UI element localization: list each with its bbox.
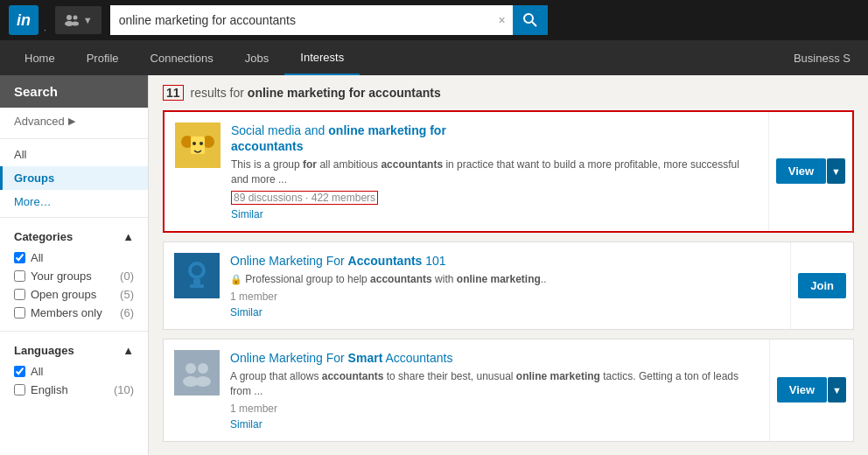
result-1-actions: View ▼ [768,112,852,231]
languages-label: Languages [14,344,74,357]
nav-connections[interactable]: Connections [135,40,229,75]
cat-open-groups-label: Open groups [31,288,96,301]
result-1-similar-link[interactable]: Similar [231,208,263,220]
linkedin-logo: in [9,5,38,35]
result-1-dropdown-button[interactable]: ▼ [827,158,845,184]
sidebar-languages-header: Languages ▲ [14,344,134,357]
results-query: online marketing for accountants [248,86,441,100]
dropdown-arrow-icon: ▼ [83,15,93,25]
result-2-actions: Join [790,242,853,329]
result-1-logo [175,122,220,168]
search-bar: × [110,5,548,35]
cat-open-groups-count: (5) [120,288,134,301]
search-clear-button[interactable]: × [491,5,512,35]
lang-all-label: All [31,365,43,378]
thinkcore-logo-icon [176,255,218,297]
cat-open-groups-checkbox[interactable] [14,289,25,300]
sidebar-lang-all[interactable]: All [14,362,134,381]
sidebar-divider [0,138,148,139]
svg-point-2 [73,16,77,20]
main-nav: Home Profile Connections Jobs Interests … [0,40,868,75]
cat-members-only-checkbox[interactable] [14,307,25,318]
search-icon [523,13,537,27]
result-3-title: Online Marketing For Smart Accountants [230,350,759,366]
result-2-logo [174,253,220,298]
sidebar-cat-open-groups[interactable]: Open groups (5) [14,285,134,304]
result-card-3: Online Marketing For Smart Accountants A… [163,339,854,442]
cat-all-label: All [31,251,43,264]
lang-all-checkbox[interactable] [14,366,25,377]
chevron-right-icon: ▶ [68,116,75,127]
cat-all-checkbox[interactable] [14,252,25,263]
result-2-meta: 1 member [230,290,780,303]
result-1-view-button[interactable]: View [776,158,826,184]
svg-rect-15 [193,279,200,284]
svg-point-18 [186,363,196,374]
result-2-join-button[interactable]: Join [798,273,846,298]
svg-line-5 [532,22,536,26]
cat-members-only-count: (6) [120,306,134,319]
result-card-2-content: Online Marketing For Accountants 101 🔒 P… [164,242,790,329]
cat-your-groups-checkbox[interactable] [14,270,25,282]
svg-rect-9 [191,136,205,154]
nav-interests[interactable]: Interests [284,40,360,75]
sidebar-divider-3 [0,331,148,332]
nav-profile[interactable]: Profile [71,40,135,75]
cat-your-groups-label: Your groups [31,270,92,283]
sidebar-languages-section: Languages ▲ All English (10) [0,335,148,404]
result-3-logo [174,350,220,396]
result-3-similar-link[interactable]: Similar [230,418,262,430]
content-area: Search Advanced ▶ All Groups More… Categ… [0,75,868,455]
people-filter-button[interactable]: ▼ [55,6,102,34]
sidebar: Search Advanced ▶ All Groups More… Categ… [0,75,149,455]
search-submit-button[interactable] [513,5,548,35]
sidebar-cat-your-groups[interactable]: Your groups (0) [14,267,134,285]
people-icon [64,14,80,26]
sidebar-item-all[interactable]: All [0,143,148,166]
result-2-info: Online Marketing For Accountants 101 🔒 P… [230,253,780,318]
lock-icon: 🔒 [230,274,242,284]
result-3-title-bold: Smart [348,351,383,365]
cat-members-only-label: Members only [31,306,102,319]
results-count: 11 [163,85,184,101]
results-area: 11 results for online marketing for acco… [149,75,868,455]
nav-jobs[interactable]: Jobs [229,40,284,75]
results-summary: 11 results for online marketing for acco… [163,86,854,100]
sidebar-cat-all[interactable]: All [14,248,134,267]
nav-home[interactable]: Home [9,40,71,75]
categories-label: Categories [14,230,73,243]
sidebar-search-header: Search [0,75,148,108]
result-3-view-button[interactable]: View [777,377,827,402]
logo-text: in [17,11,31,30]
result-2-similar-link[interactable]: Similar [230,306,262,318]
sidebar-item-groups[interactable]: Groups [0,166,148,190]
lang-english-checkbox[interactable] [14,384,25,396]
sidebar-lang-english[interactable]: English (10) [14,381,134,399]
sidebar-cat-members-only[interactable]: Members only (6) [14,304,134,322]
sidebar-item-more[interactable]: More… [0,190,148,214]
result-2-title: Online Marketing For Accountants 101 [230,253,780,269]
lang-english-label: English [31,383,68,396]
result-1-title-bold: online marketing foraccountants [231,123,446,153]
result-3-dropdown-button[interactable]: ▼ [828,377,846,402]
result-card-1: Social media and online marketing foracc… [163,110,854,233]
svg-point-4 [524,14,533,23]
result-1-title: Social media and online marketing foracc… [231,122,758,154]
advanced-label: Advanced [14,115,65,128]
result-2-desc: 🔒 Professional group to help accountants… [230,272,780,287]
sidebar-categories-section: Categories ▲ All Your groups (0) Open gr… [0,221,148,327]
lang-english-count: (10) [114,383,134,396]
result-card-2: Online Marketing For Accountants 101 🔒 P… [163,242,854,330]
search-input[interactable] [110,5,492,35]
cat-your-groups-count: (0) [120,270,134,283]
result-1-meta: 89 discussions · 422 members [231,191,758,205]
result-3-desc: A group that allows accountants to share… [230,369,759,399]
result-1-desc: This is a group for all ambitious accoun… [231,158,758,187]
sidebar-divider-2 [0,217,148,218]
sidebar-advanced[interactable]: Advanced ▶ [0,108,148,135]
svg-point-3 [72,22,79,26]
top-bar: in · ▼ × [0,0,868,40]
result-3-btn-group: View ▼ [777,377,846,402]
results-summary-text: results for [190,86,243,100]
chevron-up-icon: ▲ [122,230,134,243]
